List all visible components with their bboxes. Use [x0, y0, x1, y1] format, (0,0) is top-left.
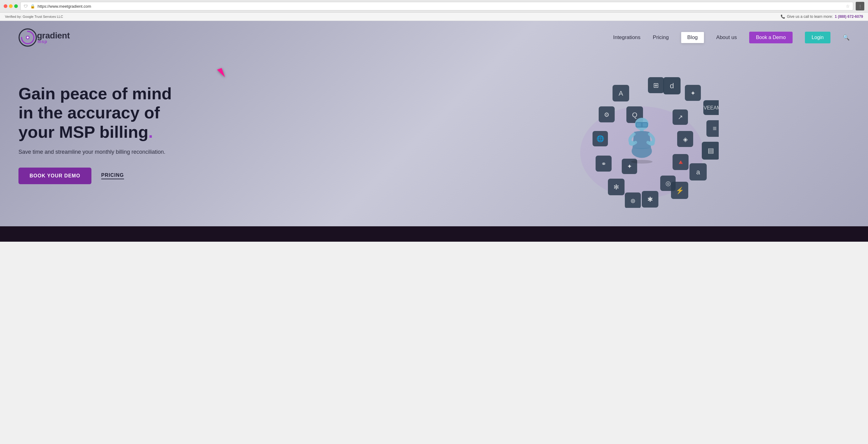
logo-text: gradient msp: [37, 31, 69, 44]
hero-content: Gain peace of mind in the accuracy of yo…: [19, 84, 434, 184]
svg-text:A: A: [619, 90, 623, 97]
security-bar: Verified by: Google Trust Services LLC 📞…: [0, 12, 868, 21]
svg-text:VEEAM: VEEAM: [704, 105, 719, 110]
nav-blog[interactable]: Blog: [681, 32, 704, 43]
maximize-button[interactable]: [14, 4, 18, 8]
svg-text:✦: ✦: [627, 163, 632, 170]
verified-text: Verified by: Google Trust Services LLC: [5, 15, 63, 19]
url-text[interactable]: https://www.meetgradient.com: [37, 4, 843, 9]
main-nav: gradient msp Integrations Pricing Blog A…: [0, 21, 868, 54]
logo-name: gradient: [37, 31, 69, 40]
svg-point-2: [27, 37, 29, 38]
phone-number[interactable]: 1 (888) 672-6079: [835, 14, 863, 19]
hero-title-line2: in the accuracy of: [19, 103, 160, 122]
hero-buttons: BOOK YOUR DEMO PRICING: [19, 168, 434, 184]
logo-sub: msp: [37, 39, 69, 44]
security-bar-right: 📞 Give us a call to learn more: 1 (888) …: [781, 14, 863, 19]
close-button[interactable]: [4, 4, 7, 8]
hero-title-line3: your MSP billing: [19, 123, 148, 141]
browser-menu-button[interactable]: ⋮: [856, 2, 864, 10]
svg-text:a: a: [696, 168, 700, 176]
svg-point-53: [631, 160, 653, 164]
svg-text:Q: Q: [632, 111, 637, 119]
svg-point-52: [649, 141, 655, 146]
svg-text:≡: ≡: [713, 125, 717, 132]
nav-integrations[interactable]: Integrations: [613, 34, 641, 41]
svg-rect-48: [637, 123, 641, 127]
call-label: Give us a call to learn more:: [787, 14, 833, 19]
bookmark-icon[interactable]: ☆: [846, 4, 850, 9]
svg-point-51: [629, 141, 635, 146]
svg-text:◈: ◈: [683, 136, 688, 143]
nav-about[interactable]: About us: [716, 34, 737, 41]
svg-text:🔺: 🔺: [677, 158, 685, 166]
book-demo-button[interactable]: BOOK YOUR DEMO: [19, 168, 91, 184]
footer-bar: [0, 226, 868, 242]
nav-book-demo-button[interactable]: Book a Demo: [749, 32, 793, 43]
minimize-button[interactable]: [9, 4, 12, 8]
phone-icon: 📞: [781, 14, 785, 19]
hero-title-dot: .: [148, 123, 153, 141]
nav-pricing[interactable]: Pricing: [653, 34, 669, 41]
search-icon[interactable]: 🔍: [843, 34, 849, 41]
browser-chrome: 🛡 🔒 https://www.meetgradient.com ☆ ⋮ Ver…: [0, 0, 868, 242]
nav-login-button[interactable]: Login: [805, 32, 831, 43]
security-bar-left: Verified by: Google Trust Services LLC: [5, 15, 63, 19]
hero-subtitle: Save time and streamline your monthly bi…: [19, 149, 434, 155]
window-controls: [4, 4, 18, 8]
hero-title: Gain peace of mind in the accuracy of yo…: [19, 84, 434, 141]
svg-text:▤: ▤: [708, 147, 714, 155]
hero-title-line1: Gain peace of mind: [19, 84, 172, 103]
hero-illustration: d ✦ VEEAM ≡: [434, 60, 849, 208]
pricing-link[interactable]: PRICING: [101, 172, 124, 179]
website-content: gradient msp Integrations Pricing Blog A…: [0, 21, 868, 226]
svg-text:✻: ✻: [614, 183, 619, 191]
svg-text:◎: ◎: [665, 180, 671, 186]
address-bar[interactable]: 🛡 🔒 https://www.meetgradient.com ☆: [20, 2, 853, 10]
svg-text:⊞: ⊞: [653, 81, 659, 89]
nav-links: Integrations Pricing Blog About us Book …: [613, 32, 849, 43]
svg-text:✱: ✱: [647, 196, 653, 203]
svg-text:⚭: ⚭: [601, 161, 607, 167]
lock-icon: 🔒: [30, 4, 35, 9]
browser-actions: ⋮: [856, 2, 864, 10]
integration-illustration: d ✦ VEEAM ≡: [565, 60, 719, 208]
svg-text:🌐: 🌐: [596, 135, 604, 142]
svg-text:⊛: ⊛: [630, 197, 636, 204]
hero-section: Gain peace of mind in the accuracy of yo…: [0, 54, 868, 226]
shield-icon: 🛡: [24, 4, 28, 9]
browser-toolbar: 🛡 🔒 https://www.meetgradient.com ☆ ⋮: [0, 0, 868, 12]
svg-text:d: d: [670, 81, 674, 90]
svg-rect-49: [643, 123, 647, 127]
svg-text:⚡: ⚡: [676, 186, 684, 195]
svg-text:↗: ↗: [678, 114, 683, 121]
svg-text:✦: ✦: [690, 90, 695, 97]
logo-icon: [19, 28, 37, 47]
logo[interactable]: gradient msp: [19, 28, 69, 47]
svg-text:⚙: ⚙: [604, 111, 610, 118]
